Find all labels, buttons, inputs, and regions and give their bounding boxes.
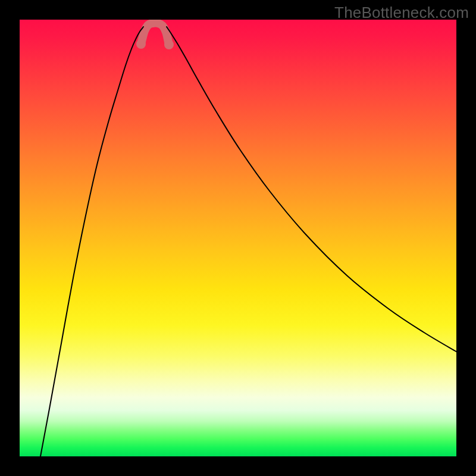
valley-highlight-path <box>142 23 168 42</box>
watermark-text: TheBottleneck.com <box>334 4 469 22</box>
plot-area <box>20 20 456 456</box>
valley-marker-left <box>136 39 146 49</box>
right-branch-path <box>167 27 456 352</box>
curve-layer <box>20 20 456 456</box>
valley-marker-right <box>164 40 174 49</box>
chart-stage: TheBottleneck.com <box>0 0 476 476</box>
left-branch-path <box>40 27 143 456</box>
